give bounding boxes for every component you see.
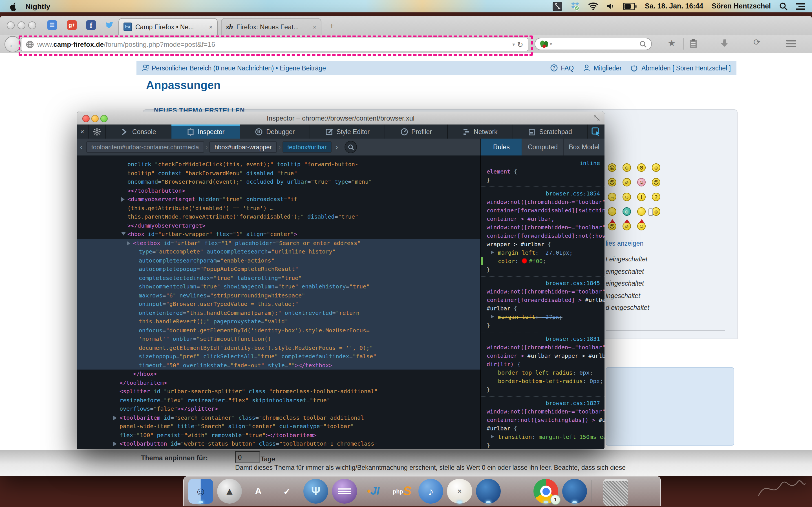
- markup-line[interactable]: <splitter id="urlbar-search-splitter" cl…: [77, 387, 480, 396]
- devtools-titlebar[interactable]: Inspector – chrome://browser/content/bro…: [77, 112, 605, 125]
- stylesheet-link[interactable]: browser.css:1854: [546, 189, 600, 198]
- markup-line[interactable]: sizetopopup="pref" clickSelectsAll="true…: [77, 352, 480, 361]
- markup-line[interactable]: autocompletepopup="PopupAutoCompleteRich…: [77, 265, 480, 274]
- sidebar-tab-computed[interactable]: Computed: [522, 138, 564, 156]
- devtools-close-button[interactable]: [82, 115, 90, 122]
- members-link[interactable]: Mitglieder: [594, 64, 622, 71]
- devtools-minimize-button[interactable]: [91, 115, 99, 122]
- dock-icon-eclipse[interactable]: [332, 479, 357, 504]
- smiley-santa2-icon[interactable]: ☺: [622, 222, 631, 230]
- tab-firefox-neues[interactable]: sh Firefox: Neues Feat... ×: [221, 18, 321, 35]
- faq-link[interactable]: FAQ: [561, 64, 574, 71]
- rule-property[interactable]: border-bottom-left-radius: 0px;: [481, 377, 605, 385]
- smiley-neutral-icon[interactable]: –: [608, 207, 616, 216]
- markup-line[interactable]: this.parentNode.removeAttribute('forward…: [77, 212, 480, 221]
- smiley-question-icon[interactable]: ?: [652, 193, 660, 201]
- menubar-username[interactable]: Sören Hentzschel: [712, 2, 771, 10]
- tab-close-icon[interactable]: ×: [204, 23, 213, 30]
- smiley-frown-icon[interactable]: ☹: [608, 163, 616, 172]
- logout-link[interactable]: Abmelden [ Sören Hentzschel ]: [642, 64, 731, 71]
- markup-line[interactable]: timeout="50" overlinkstate="fade-out" st…: [77, 361, 480, 370]
- smiley-razz-icon[interactable]: ☺: [622, 178, 631, 186]
- pinned-tab-facebook[interactable]: f: [86, 20, 96, 30]
- rule-property[interactable]: margin-left: -27px;: [481, 313, 605, 321]
- markup-line[interactable]: oninput="gBrowser.userTypedValue = this.…: [77, 300, 480, 308]
- markup-line[interactable]: resizebefore="flex" resizeafter="flex" s…: [77, 396, 480, 404]
- volume-menu-icon[interactable]: [606, 2, 614, 10]
- window-minimize-button[interactable]: [17, 21, 26, 29]
- markup-line[interactable]: tooltip" context="backForwardMenu" disab…: [77, 169, 480, 177]
- dock-icon-globe[interactable]: [562, 479, 587, 504]
- dock-icon-phpstorm[interactable]: phpS: [390, 479, 414, 504]
- tab-close-icon[interactable]: ×: [308, 23, 316, 30]
- dock-icon-finder[interactable]: ☺: [188, 479, 213, 504]
- markup-line[interactable]: <toolbarbutton id="webrtc-status-button"…: [77, 439, 480, 448]
- markup-line[interactable]: type="autocomplete" autocompletesearch="…: [77, 247, 480, 256]
- window-close-button[interactable]: [7, 21, 15, 29]
- spotlight-search-icon[interactable]: [779, 2, 788, 10]
- stylesheet-link[interactable]: browser.css:1845: [546, 279, 600, 287]
- markup-line[interactable]: autocompletesearchparam="enable-actions": [77, 256, 480, 265]
- menubar-app-name[interactable]: Nightly: [26, 2, 50, 10]
- markup-line[interactable]: ></dummyobservertarget>: [77, 221, 480, 230]
- window-zoom-button[interactable]: [28, 21, 36, 29]
- expand-arrow-icon[interactable]: [121, 197, 124, 202]
- markup-search-icon[interactable]: [345, 141, 357, 153]
- tool-tab-debugger[interactable]: Debugger: [240, 124, 310, 138]
- smiley-smile-icon[interactable]: ☺: [652, 163, 660, 172]
- markup-line[interactable]: <textbox id="urlbar" flex="1" placeholde…: [77, 238, 480, 247]
- pinned-tab-twitter[interactable]: [105, 20, 114, 30]
- smiley-redface-icon[interactable]: ☺: [637, 178, 646, 186]
- markup-line[interactable]: </toolbaritem>: [77, 378, 480, 387]
- dock-icon-launchpad[interactable]: ▲: [217, 479, 242, 504]
- dock-icon-intellij[interactable]: •JI: [361, 479, 386, 504]
- back-button[interactable]: ←: [4, 36, 21, 52]
- markup-line[interactable]: panel-wide-item" title="Search" align="c…: [77, 422, 480, 431]
- dock-icon-lenses[interactable]: [505, 479, 529, 504]
- markup-line[interactable]: onclick="checkForMiddleClick(this, event…: [77, 160, 480, 169]
- smiley-rolleyes-icon[interactable]: ¬: [608, 193, 616, 201]
- dock-icon-egg[interactable]: ×: [447, 479, 472, 504]
- urlbar-dropdown-icon[interactable]: ▾: [510, 42, 517, 47]
- computed-expander-icon[interactable]: [491, 315, 494, 318]
- tool-tab-style-editor[interactable]: Style Editor: [310, 124, 385, 138]
- markup-line[interactable]: ontextentered="this.handleCommand(param)…: [77, 308, 480, 317]
- search-magnifier-icon[interactable]: [640, 40, 647, 48]
- dock-icon-sourcetree[interactable]: Ψ: [303, 479, 328, 504]
- tool-tab-network[interactable]: Network: [448, 124, 513, 138]
- pin-days-input[interactable]: [235, 451, 260, 463]
- markup-line[interactable]: overflows="false"></splitter>: [77, 404, 480, 413]
- smiley-mrgreen-icon[interactable]: ☺: [622, 207, 631, 216]
- smiley-santa3-icon[interactable]: ☺: [637, 222, 646, 230]
- markup-line[interactable]: <dummyobservertarget hidden="true" onbro…: [77, 195, 480, 204]
- smiley-grin-icon[interactable]: ☺: [622, 163, 631, 172]
- smiley-mad-icon[interactable]: ☹: [608, 178, 616, 186]
- markup-line[interactable]: flex="100" persist="width" removable="tr…: [77, 431, 480, 439]
- breadcrumb-back-icon[interactable]: ‹: [77, 143, 86, 151]
- urlbar-input[interactable]: www.camp-firefox.de/forum/posting.php?mo…: [21, 38, 528, 51]
- globe-icon[interactable]: [26, 41, 34, 48]
- markup-line[interactable]: document.getElementById('identity-box').…: [77, 343, 480, 352]
- markup-line[interactable]: completeselectedindex="true" tabscrollin…: [77, 274, 480, 282]
- markup-line[interactable]: 'normal'" onblur="setTimeout(function(): [77, 335, 480, 343]
- stylesheet-link[interactable]: browser.css:1831: [546, 335, 600, 343]
- smiley-eek-icon[interactable]: ʘ: [637, 163, 646, 172]
- expand-arrow-icon[interactable]: [113, 442, 117, 446]
- markup-line[interactable]: ></toolbarbutton>: [77, 186, 480, 195]
- search-field[interactable]: ▾: [535, 38, 652, 50]
- expand-arrow-icon[interactable]: [127, 241, 130, 245]
- rule-property[interactable]: transition: margin-left 150ms ease-out 0…: [481, 433, 605, 441]
- markup-line[interactable]: oncommand="BrowserForward(event);" occlu…: [77, 177, 480, 186]
- markup-line[interactable]: <toolbaritem id="search-container" class…: [77, 413, 480, 422]
- sync-icon[interactable]: ⟳: [753, 37, 760, 47]
- wifi-menu-icon[interactable]: [588, 2, 598, 10]
- expand-arrow-icon[interactable]: [113, 415, 117, 420]
- userbar-link-personal[interactable]: Persönlicher Bereich (0 neue Nachrichten…: [152, 64, 326, 71]
- rule-property[interactable]: border-top-left-radius: 0px;: [481, 369, 605, 377]
- sidebar-tab-box-model[interactable]: Box Model: [564, 138, 605, 156]
- markup-line[interactable]: (this.getAttribute('disabled') == 'true'…: [77, 204, 480, 212]
- dock-icon-itunes[interactable]: ♪: [418, 479, 443, 504]
- dock-icon-nightly-globe[interactable]: [476, 479, 501, 504]
- notification-center-icon[interactable]: [796, 3, 805, 10]
- pinned-tab-googleplus[interactable]: g+: [67, 20, 77, 30]
